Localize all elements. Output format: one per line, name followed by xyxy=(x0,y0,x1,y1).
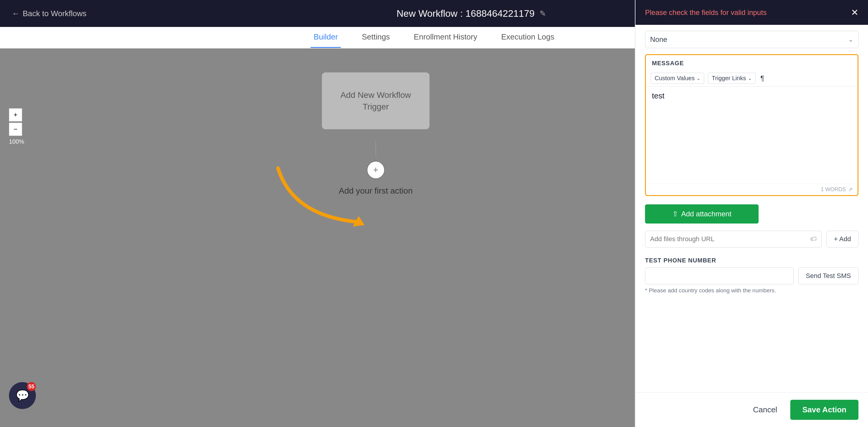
arrow-annotation xyxy=(263,162,382,246)
panel-body: None ⌄ MESSAGE Custom Values ⌄ Trigger L… xyxy=(636,25,868,392)
panel-footer: Cancel Save Action xyxy=(636,392,868,427)
tab-builder[interactable]: Builder xyxy=(311,27,341,48)
message-textarea[interactable]: test xyxy=(646,86,858,182)
zoom-level: 100% xyxy=(9,138,24,145)
back-button[interactable]: ← Back to Workflows xyxy=(12,9,86,18)
zoom-controls: + − 100% xyxy=(9,108,24,145)
panel-header: Please check the fields for valid inputs… xyxy=(636,0,868,25)
save-action-button[interactable]: Save Action xyxy=(790,400,859,420)
trigger-links-chevron-icon: ⌄ xyxy=(748,76,752,81)
chevron-down-icon: ⌄ xyxy=(848,36,854,43)
test-phone-section: TEST PHONE NUMBER Send Test SMS * Please… xyxy=(645,257,859,294)
send-test-sms-button[interactable]: Send Test SMS xyxy=(798,267,859,284)
none-label: None xyxy=(650,35,667,44)
phone-hint: * Please add country codes along with th… xyxy=(645,287,859,294)
back-arrow-icon: ← xyxy=(12,9,20,18)
test-phone-row: Send Test SMS xyxy=(645,267,859,284)
test-phone-input[interactable] xyxy=(645,267,794,284)
url-input-wrap: 🏷 xyxy=(645,231,822,248)
add-url-button[interactable]: + Add xyxy=(827,231,859,248)
zoom-out-button[interactable]: − xyxy=(9,123,22,136)
tag-icon: 🏷 xyxy=(810,235,816,243)
chat-icon: 💬 xyxy=(16,389,29,402)
none-dropdown[interactable]: None ⌄ xyxy=(645,31,859,48)
trigger-node-label: Add New WorkflowTrigger xyxy=(340,89,411,113)
back-label: Back to Workflows xyxy=(23,9,86,18)
panel-close-button[interactable]: ✕ xyxy=(851,7,859,18)
url-input[interactable] xyxy=(650,235,810,243)
tab-settings[interactable]: Settings xyxy=(359,27,393,48)
paragraph-icon[interactable]: ¶ xyxy=(759,73,766,84)
custom-values-button[interactable]: Custom Values ⌄ xyxy=(651,73,704,84)
chat-badge: 55 xyxy=(27,382,36,391)
cancel-button[interactable]: Cancel xyxy=(746,402,784,418)
chat-bubble[interactable]: 💬 55 xyxy=(9,382,36,409)
trigger-node[interactable]: Add New WorkflowTrigger xyxy=(322,73,430,129)
right-panel: Please check the fields for valid inputs… xyxy=(635,0,868,427)
tab-enrollment-history[interactable]: Enrollment History xyxy=(411,27,480,48)
chat-widget[interactable]: 💬 55 xyxy=(9,382,39,412)
resize-icon: ⇗ xyxy=(848,186,853,193)
panel-error-text: Please check the fields for valid inputs xyxy=(645,8,767,17)
edit-title-icon[interactable]: ✎ xyxy=(539,9,546,18)
upload-icon: ⇧ xyxy=(672,210,678,218)
message-section: MESSAGE Custom Values ⌄ Trigger Links ⌄ … xyxy=(645,54,859,196)
custom-values-chevron-icon: ⌄ xyxy=(696,76,700,81)
add-attachment-button[interactable]: ⇧ Add attachment xyxy=(645,204,758,224)
word-count: 1 WORDS ⇗ xyxy=(646,183,858,195)
message-toolbar: Custom Values ⌄ Trigger Links ⌄ ¶ xyxy=(646,70,858,86)
tab-execution-logs[interactable]: Execution Logs xyxy=(498,27,557,48)
test-phone-label: TEST PHONE NUMBER xyxy=(645,257,859,264)
connector-line xyxy=(375,141,376,156)
trigger-links-button[interactable]: Trigger Links ⌄ xyxy=(708,73,755,84)
message-section-label: MESSAGE xyxy=(646,55,858,70)
zoom-in-button[interactable]: + xyxy=(9,108,22,121)
url-input-row: 🏷 + Add xyxy=(645,231,859,248)
